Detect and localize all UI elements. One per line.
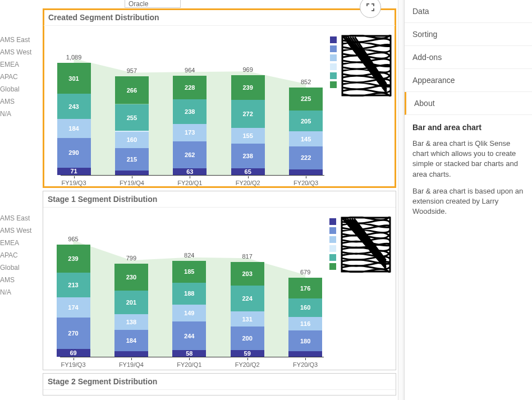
chart-title: Stage 1 Segment Distribution [43,191,396,208]
bar-segment: 201 [114,291,148,314]
filter-item[interactable]: AMS [0,275,40,285]
bar-column[interactable]: 222145205225852 [289,88,323,175]
bar-segment: 63 [173,168,207,175]
bar-total-label: 1,089 [57,54,91,61]
scrollbar[interactable] [398,0,403,400]
bar-column[interactable]: 712901842433011,089 [57,63,91,175]
bar-segment: 224 [231,286,264,311]
filter-item[interactable]: APAC [0,72,40,82]
bar-column[interactable]: 215160255266957 [115,76,149,175]
bar-segment: 200 [231,327,264,350]
bar-column[interactable]: 63262173238228964 [173,76,207,175]
filter-item[interactable]: EMEA [0,59,40,70]
bar-segment: 225 [289,88,323,111]
side-item-data[interactable]: Data [405,0,532,23]
bar-segment: 184 [114,330,148,351]
about-paragraph: Bar & area chart is based upon an extens… [412,186,524,217]
chart-card-stage1[interactable]: Stage 1 Segment Distribution 69270174213… [43,191,396,370]
bar-segment: 131 [231,311,264,327]
bar-segment: 228 [173,76,207,99]
bar-segment: 213 [57,273,90,297]
side-item-sorting[interactable]: Sorting [405,23,532,46]
chart-body: 6927017421323996518413820123079958244149… [43,208,396,369]
bar-segment: 215 [115,148,149,170]
bar-total-label: 824 [172,252,206,259]
bar-segment [288,351,322,357]
bar-segment: 160 [115,132,149,148]
bar-segment: 272 [231,100,265,128]
stray-dropdown[interactable]: Oracle [125,0,181,8]
chart-body: 712901842433011,089215160255266957632621… [44,26,395,187]
bar-segment [115,171,149,175]
filter-list-2: AMS EastAMS WestEMEAAPACGlobalAMSN/A [0,213,40,297]
x-tick-label: FY20/Q3 [293,180,318,186]
bar-column[interactable]: 65238155272239969 [231,75,265,175]
legend-swatch [330,36,337,43]
bar-segment [114,351,148,357]
bar-total-label: 679 [288,269,322,275]
legend-swatch [329,227,336,234]
bar-column[interactable]: 180116160176679 [288,278,322,357]
bar-segment: 149 [172,305,206,322]
filter-item[interactable]: APAC [0,250,40,260]
bar-segment: 116 [288,317,322,330]
bar-total-label: 852 [289,79,323,85]
x-axis: FY19/Q3FY19/Q4FY20/Q1FY20/Q2FY20/Q3 [60,357,324,369]
chart-title: Stage 2 Segment Distribution [43,374,396,390]
bar-total-label: 964 [173,67,207,73]
filter-item[interactable]: Global [0,84,40,94]
bar-column[interactable]: 69270174213239965 [57,245,90,357]
bar-segment: 69 [57,349,90,357]
bar-segment: 222 [289,146,323,169]
about-paragraph: Bar & area chart is Qlik Sense chart whi… [412,139,524,180]
side-item-about[interactable]: About [405,92,532,115]
bar-segment: 266 [115,76,149,104]
legend-swatch [329,245,336,252]
bar-segment: 243 [57,94,91,119]
properties-panel: DataSortingAdd-onsAppearanceAbout Bar an… [404,0,532,400]
filter-item[interactable]: N/A [0,109,40,119]
bar-segment: 180 [288,330,322,351]
redaction-overlay [341,217,391,273]
legend-swatch [330,72,337,79]
filter-item[interactable]: EMEA [0,238,40,248]
bar-segment: 59 [231,350,264,357]
x-axis: FY19/Q3FY19/Q4FY20/Q1FY20/Q2FY20/Q3 [61,175,324,187]
bar-segment: 176 [288,278,322,298]
filter-item[interactable]: AMS East [0,213,40,223]
bar-column[interactable]: 58244149188185824 [172,261,206,357]
chart-card-created[interactable]: Created Segment Distribution 71290184243… [43,8,396,188]
filter-item[interactable]: AMS [0,96,40,107]
scribble-redaction [341,217,391,273]
filter-item[interactable]: Global [0,263,40,273]
filter-item[interactable]: N/A [0,287,40,297]
filter-item[interactable]: AMS West [0,226,40,236]
bar-segment: 301 [57,63,91,94]
redaction-overlay [341,35,392,91]
legend-swatch [330,81,337,88]
x-tick-label: FY20/Q1 [177,180,202,186]
chart-title: Created Segment Distribution [44,10,395,26]
side-item-add-ons[interactable]: Add-ons [405,46,532,69]
x-tick-label: FY20/Q2 [236,180,260,186]
x-tick-label: FY20/Q3 [293,361,318,368]
bar-column[interactable]: 59200131224203817 [231,262,264,357]
filter-item[interactable]: AMS West [0,47,40,57]
filter-item[interactable]: AMS East [0,35,40,45]
bar-segment: 238 [173,99,207,124]
bar-total-label: 817 [231,253,264,260]
bar-segment: 239 [57,245,90,273]
legend-swatch [330,54,337,61]
bar-column[interactable]: 184138201230799 [114,264,148,357]
legend-swatch [330,63,337,70]
bar-total-label: 965 [57,236,90,242]
bar-segment: 185 [172,261,206,282]
chart-card-stage2[interactable]: Stage 2 Segment Distribution [43,373,396,396]
bar-segment: 65 [231,168,265,175]
bar-segment: 173 [173,124,207,142]
about-heading: Bar and area chart [412,123,524,132]
side-item-appearance[interactable]: Appearance [405,69,532,92]
bar-segment: 205 [289,111,323,132]
legend-swatch [329,218,336,225]
legend-swatch [329,236,336,243]
